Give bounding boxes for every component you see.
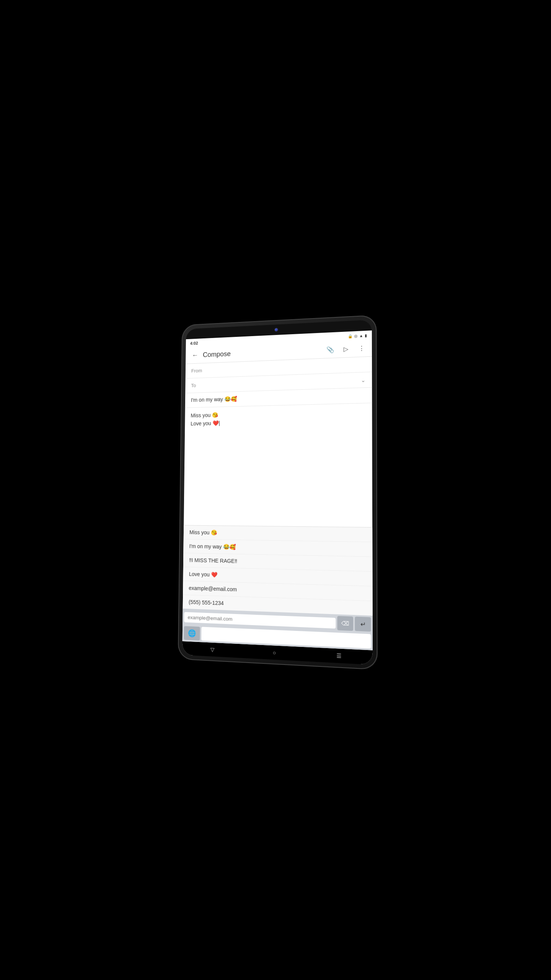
lock-icon: 🔒 xyxy=(348,334,352,338)
subject-value: I'm on my way 😂🥰 xyxy=(191,396,237,403)
back-nav-icon: ▽ xyxy=(210,647,215,653)
chevron-down-icon: ⌄ xyxy=(361,377,365,383)
status-icons: 🔒 ◎ ▲ ▮ xyxy=(348,333,367,338)
back-nav-button[interactable]: ▽ xyxy=(210,647,215,653)
home-nav-icon: ○ xyxy=(273,649,276,656)
send-button[interactable]: ▷ xyxy=(339,342,353,356)
screen: 4:02 🔒 ◎ ▲ ▮ ← Compose 📎 ▷ xyxy=(182,330,373,665)
status-time: 4:02 xyxy=(190,341,198,345)
from-value xyxy=(205,364,365,371)
to-label: To xyxy=(191,382,205,389)
camera-dot xyxy=(274,328,278,332)
more-icon: ⋮ xyxy=(359,345,365,352)
send-icon: ▷ xyxy=(344,345,348,353)
delete-icon: ⌫ xyxy=(341,620,349,627)
globe-button[interactable]: 🌐 xyxy=(184,626,200,640)
attach-button[interactable]: 📎 xyxy=(323,343,337,357)
home-nav-button[interactable]: ○ xyxy=(273,649,276,656)
from-label: From xyxy=(191,368,206,374)
phone-inner: 4:02 🔒 ◎ ▲ ▮ ← Compose 📎 ▷ xyxy=(182,320,373,665)
body-value: Miss you 😘 Love you ❤️| xyxy=(191,412,220,427)
recents-nav-button[interactable]: ☰ xyxy=(336,653,342,659)
signal-icon: ▲ xyxy=(359,333,363,338)
enter-icon: ↵ xyxy=(360,620,365,628)
battery-icon: ▮ xyxy=(365,333,367,337)
toolbar-actions: 📎 ▷ ⋮ xyxy=(323,341,369,357)
enter-button[interactable]: ↵ xyxy=(355,617,371,632)
phone-device: 4:02 🔒 ◎ ▲ ▮ ← Compose 📎 ▷ xyxy=(178,315,378,670)
to-value xyxy=(205,380,361,385)
sync-icon: ◎ xyxy=(354,333,358,338)
body-field[interactable]: Miss you 😘 Love you ❤️| xyxy=(184,403,372,527)
recents-nav-icon: ☰ xyxy=(336,653,342,659)
suggestions-area: Miss you 😘 I'm on my way 😂🥰 ‼️I MISS THE… xyxy=(183,525,373,616)
globe-icon: 🌐 xyxy=(188,629,196,638)
page-title: Compose xyxy=(203,346,323,359)
more-button[interactable]: ⋮ xyxy=(354,341,368,356)
delete-button[interactable]: ⌫ xyxy=(337,616,353,631)
email-form: From To ⌄ I'm on my way 😂🥰 Miss you 😘 Lo… xyxy=(183,357,373,650)
attach-icon: 📎 xyxy=(326,346,334,354)
back-button[interactable]: ← xyxy=(189,349,202,363)
